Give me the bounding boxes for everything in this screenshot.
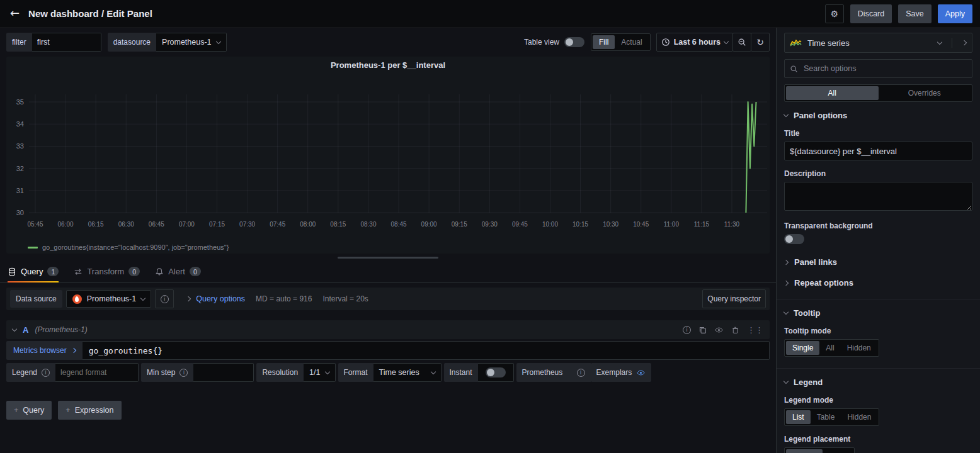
delete-query-button[interactable] <box>731 326 739 334</box>
clock-icon <box>661 38 670 47</box>
svg-text:06:00: 06:00 <box>58 221 74 228</box>
options-scope-tabs-all[interactable]: All <box>786 86 879 100</box>
apply-button[interactable]: Apply <box>938 4 972 23</box>
toggle-query-visibility-button[interactable] <box>714 326 724 334</box>
resolution-value: 1/1 <box>309 368 320 377</box>
tooltip-mode-label: Tooltip mode <box>784 327 972 335</box>
instant-toggle[interactable] <box>486 367 506 378</box>
table-view-toggle[interactable] <box>564 37 584 47</box>
format-value: Time series <box>379 368 419 377</box>
instant-group: Instant <box>444 363 514 382</box>
promql-editor-row: Metrics browser go_goroutines{} <box>6 341 770 360</box>
time-series-chart[interactable]: 30313233343505:4506:0006:1506:3006:4507:… <box>6 72 770 240</box>
drag-query-handle[interactable]: ⋮⋮ <box>747 326 763 334</box>
resolution-select[interactable]: 1/1 <box>304 363 335 382</box>
tooltip-mode-group-single[interactable]: Single <box>786 341 819 355</box>
tooltip-header-label: Tooltip <box>794 308 820 318</box>
datasource-help-button[interactable]: i <box>155 289 174 308</box>
query-help-button[interactable]: i <box>683 326 691 334</box>
svg-text:10:45: 10:45 <box>633 221 649 228</box>
chevron-right-icon <box>186 296 191 301</box>
datasource-select[interactable]: Prometheus-1 <box>66 290 152 308</box>
panel-settings-button[interactable]: ⚙ <box>825 4 844 23</box>
query-options-toggle[interactable]: Query options MD = auto = 916 Interval =… <box>186 294 368 303</box>
datasource-variable-select[interactable]: Prometheus-1 <box>156 33 227 52</box>
datasource-variable-value: Prometheus-1 <box>162 38 212 47</box>
panel-options-header[interactable]: Panel options <box>784 111 972 120</box>
format-select[interactable]: Time series <box>373 363 442 382</box>
svg-text:09:00: 09:00 <box>421 221 437 228</box>
legend-placement-label: Legend placement <box>784 435 972 444</box>
zoom-out-button[interactable] <box>732 33 751 52</box>
tooltip-header[interactable]: Tooltip <box>784 308 972 318</box>
metrics-browser-button[interactable]: Metrics browser <box>6 341 83 360</box>
legend-header[interactable]: Legend <box>784 378 972 387</box>
tab-query[interactable]: Query 1 <box>8 261 59 282</box>
legend-placement-group-bottom[interactable]: Bottom <box>786 449 823 453</box>
legend-placement-group: BottomRight <box>784 447 855 453</box>
svg-text:10:15: 10:15 <box>573 221 588 228</box>
tooltip-mode-group-hidden[interactable]: Hidden <box>841 341 877 355</box>
refresh-icon: ↻ <box>756 38 764 47</box>
tab-transform[interactable]: Transform 0 <box>74 261 140 282</box>
min-step-input[interactable] <box>193 363 254 382</box>
tab-alert[interactable]: Alert 0 <box>155 261 201 282</box>
fit-mode-group-actual[interactable]: Actual <box>615 35 648 49</box>
visualization-picker[interactable]: Time series <box>784 33 972 53</box>
trash-icon <box>731 326 739 334</box>
options-scroll-area[interactable]: Panel options Title Description Transpar… <box>777 102 980 453</box>
promql-expression-input[interactable]: go_goroutines{} <box>83 341 770 360</box>
chevron-right-icon[interactable] <box>962 40 967 45</box>
fit-mode-group-fill[interactable]: Fill <box>593 35 615 49</box>
min-step-label: Min stepi <box>141 363 193 382</box>
legend-series-name[interactable]: go_goroutines{instance="localhost:9090",… <box>42 243 229 251</box>
exemplars-toggle-button[interactable] <box>636 369 646 377</box>
copy-icon <box>698 326 707 334</box>
save-button[interactable]: Save <box>898 4 932 23</box>
repeat-options-section[interactable]: Repeat options <box>784 278 972 288</box>
transparent-background-toggle[interactable] <box>784 234 804 244</box>
metrics-browser-label: Metrics browser <box>13 346 67 355</box>
svg-text:09:15: 09:15 <box>452 221 467 228</box>
svg-text:31: 31 <box>16 187 24 194</box>
options-scope-tabs-overrides[interactable]: Overrides <box>879 86 971 100</box>
chevron-down-icon <box>724 38 729 43</box>
chart-legend: go_goroutines{instance="localhost:9090",… <box>6 242 770 252</box>
discard-button[interactable]: Discard <box>850 4 892 23</box>
prometheus-icon <box>72 294 82 304</box>
svg-text:09:45: 09:45 <box>512 221 528 228</box>
tooltip-mode-group-all[interactable]: All <box>819 341 840 355</box>
add-query-button[interactable]: Query <box>6 401 52 420</box>
svg-text:30: 30 <box>16 209 24 216</box>
exemplars-group: Prometheusi Exemplars <box>516 363 652 382</box>
min-step-label-text: Min step <box>147 368 175 377</box>
chevron-down-icon <box>783 112 789 117</box>
time-range-picker[interactable]: Last 6 hours <box>656 33 733 52</box>
chevron-down-icon <box>140 295 145 300</box>
format-label: Format <box>338 363 373 382</box>
legend-mode-group-hidden[interactable]: Hidden <box>841 410 877 424</box>
svg-text:10:00: 10:00 <box>542 221 558 228</box>
legend-format-label: Legendi <box>6 363 55 382</box>
refresh-button[interactable]: ↻ <box>751 33 770 52</box>
info-icon: i <box>683 326 691 334</box>
legend-mode-group-list[interactable]: List <box>786 410 811 424</box>
query-inspector-button[interactable]: Query inspector <box>702 289 766 308</box>
panel-resize-handle[interactable] <box>0 254 776 261</box>
chevron-down-icon <box>783 310 789 315</box>
editor-pane: filter datasource Prometheus-1 Table vie… <box>0 28 776 453</box>
legend-placement-group-right[interactable]: Right <box>823 449 853 453</box>
add-expression-button[interactable]: Expression <box>58 401 121 420</box>
page-title: New dashboard / Edit Panel <box>28 8 152 19</box>
query-row-header[interactable]: A (Prometheus-1) i ⋮⋮ <box>6 320 770 339</box>
svg-text:05:45: 05:45 <box>27 221 43 228</box>
duplicate-query-button[interactable] <box>698 326 707 334</box>
back-button[interactable]: ← <box>8 6 22 21</box>
panel-links-section[interactable]: Panel links <box>784 257 972 267</box>
panel-title-input[interactable] <box>784 142 972 160</box>
search-options-input[interactable] <box>802 64 967 74</box>
panel-description-input[interactable] <box>784 182 972 211</box>
legend-mode-group-table[interactable]: Table <box>811 410 841 424</box>
legend-format-input[interactable] <box>55 363 139 382</box>
filter-variable-input[interactable] <box>32 33 101 52</box>
